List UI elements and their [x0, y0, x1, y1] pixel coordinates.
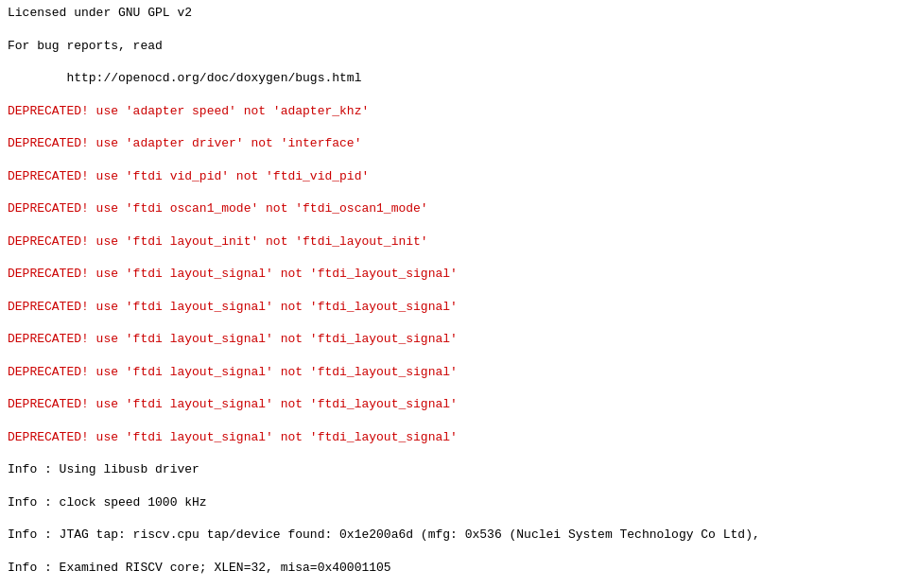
terminal-line: For bug reports, read — [8, 37, 897, 56]
terminal-line: Info : Using libusb driver — [8, 460, 897, 479]
terminal-line: DEPRECATED! use 'ftdi layout_signal' not… — [8, 298, 897, 317]
terminal-line: Licensed under GNU GPL v2 — [8, 4, 897, 23]
terminal-line: DEPRECATED! use 'ftdi layout_signal' not… — [8, 395, 897, 414]
terminal-line: DEPRECATED! use 'ftdi oscan1_mode' not '… — [8, 199, 897, 218]
terminal-line: DEPRECATED! use 'ftdi layout_signal' not… — [8, 428, 897, 447]
terminal-container: Licensed under GNU GPL v2For bug reports… — [0, 0, 901, 588]
terminal-line: DEPRECATED! use 'ftdi vid_pid' not 'ftdi… — [8, 167, 897, 186]
terminal-line: DEPRECATED! use 'ftdi layout_signal' not… — [8, 330, 897, 349]
terminal-line: DEPRECATED! use 'adapter driver' not 'in… — [8, 134, 897, 153]
terminal-line: http://openocd.org/doc/doxygen/bugs.html — [8, 69, 897, 88]
terminal-line: Info : Examined RISCV core; XLEN=32, mis… — [8, 559, 897, 578]
terminal-line: DEPRECATED! use 'ftdi layout_signal' not… — [8, 265, 897, 284]
terminal-line: Info : JTAG tap: riscv.cpu tap/device fo… — [8, 526, 897, 545]
terminal-line: DEPRECATED! use 'ftdi layout_signal' not… — [8, 363, 897, 382]
terminal-line: Info : clock speed 1000 kHz — [8, 493, 897, 512]
terminal-line: DEPRECATED! use 'adapter speed' not 'ada… — [8, 102, 897, 121]
terminal-line: DEPRECATED! use 'ftdi layout_init' not '… — [8, 233, 897, 251]
terminal-output[interactable]: Licensed under GNU GPL v2For bug reports… — [0, 0, 901, 588]
